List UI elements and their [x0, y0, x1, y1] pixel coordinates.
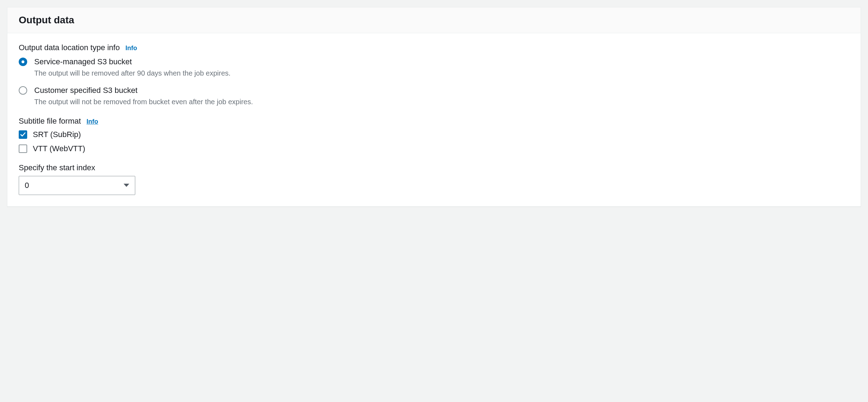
radio-content: Service-managed S3 bucket The output wil…	[34, 57, 849, 78]
radio-content: Customer specified S3 bucket The output …	[34, 85, 849, 107]
check-icon	[20, 132, 26, 137]
output-data-panel: Output data Output data location type in…	[7, 7, 861, 207]
subtitle-format-label: Subtitle file format	[19, 117, 81, 126]
subtitle-format-group: Subtitle file format Info SRT (SubRip) V…	[19, 117, 849, 153]
subtitle-format-info-link[interactable]: Info	[87, 118, 98, 125]
radio-title: Customer specified S3 bucket	[34, 85, 849, 96]
panel-header: Output data	[7, 7, 861, 33]
panel-title: Output data	[19, 14, 849, 26]
checkbox-label: SRT (SubRip)	[33, 130, 81, 139]
checkbox-vtt[interactable]: VTT (WebVTT)	[19, 144, 849, 153]
panel-body: Output data location type info Info Serv…	[7, 33, 861, 206]
start-index-select[interactable]: 0	[19, 176, 135, 195]
radio-service-managed-bucket[interactable]: Service-managed S3 bucket The output wil…	[19, 57, 849, 78]
radio-title: Service-managed S3 bucket	[34, 57, 849, 67]
start-index-select-wrapper: 0	[19, 176, 135, 195]
radio-description: The output will be removed after 90 days…	[34, 68, 849, 78]
radio-icon	[19, 86, 27, 95]
checkbox-label: VTT (WebVTT)	[33, 144, 85, 153]
radio-description: The output will not be removed from buck…	[34, 97, 849, 107]
radio-customer-specified-bucket[interactable]: Customer specified S3 bucket The output …	[19, 85, 849, 107]
output-location-info-link[interactable]: Info	[125, 45, 137, 52]
checkbox-icon	[19, 144, 27, 153]
output-location-label: Output data location type info	[19, 43, 120, 52]
start-index-label: Specify the start index	[19, 163, 849, 172]
start-index-value: 0	[25, 181, 29, 190]
output-location-label-row: Output data location type info Info	[19, 43, 849, 52]
checkbox-srt[interactable]: SRT (SubRip)	[19, 130, 849, 139]
subtitle-format-label-row: Subtitle file format Info	[19, 117, 849, 126]
checkbox-icon	[19, 130, 27, 139]
radio-icon	[19, 58, 27, 66]
start-index-group: Specify the start index 0	[19, 163, 849, 195]
output-location-group: Output data location type info Info Serv…	[19, 43, 849, 107]
